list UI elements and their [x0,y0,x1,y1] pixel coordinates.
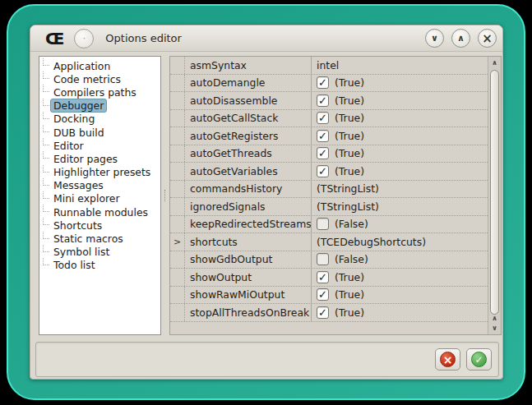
property-row-asmSyntax[interactable]: asmSyntaxintel [170,57,488,75]
sidebar-item-shortcuts[interactable]: Shortcuts [43,219,160,232]
tree-branch-line [43,112,49,119]
tree-branch-line [43,125,49,132]
tree-branch-line [43,245,49,252]
sidebar-item-application[interactable]: Application [43,59,160,72]
sidebar-item-compilers-paths[interactable]: Compilers paths [43,85,160,99]
row-gutter [170,127,185,145]
property-name: showGdbOutput [185,251,312,269]
checkbox-checked[interactable]: ✓ [317,130,329,142]
property-row-autoGetVariables[interactable]: autoGetVariables✓(True) [170,163,488,181]
sidebar-item-mini-explorer[interactable]: Mini explorer [43,192,160,205]
sidebar-item-messages[interactable]: Messages [43,179,160,192]
cancel-button[interactable]: × [435,348,460,370]
checkbox-checked[interactable]: ✓ [317,271,329,283]
property-value: ✓(True) [312,269,488,286]
sidebar-item-editor[interactable]: Editor [43,139,160,152]
window-menu-button[interactable]: · [74,29,94,48]
property-name: autoGetCallStack [185,110,312,127]
property-value: ✓(True) [312,92,488,109]
property-row-shortcuts[interactable]: >shortcuts(TCEDebugShortcuts) [170,233,488,251]
checkbox-unchecked[interactable] [317,253,329,265]
minimize-button[interactable]: ∨ [425,29,444,48]
sidebar-item-debugger[interactable]: Debugger [43,99,160,113]
checkbox-checked[interactable]: ✓ [317,147,329,159]
vertical-scrollbar[interactable]: ∧ ∧ ∨ [488,57,501,334]
property-row-autoGetCallStack[interactable]: autoGetCallStack✓(True) [170,110,488,128]
property-row-autoDisassemble[interactable]: autoDisassemble✓(True) [170,92,488,110]
sidebar-item-static-macros[interactable]: Static macros [43,232,160,245]
property-row-autoGetRegisters[interactable]: autoGetRegisters✓(True) [170,127,488,145]
window-controls: ∨ ∧ × [425,29,497,48]
tree-branch-line [43,165,49,173]
property-value: ✓(True) [312,110,488,127]
property-row-keepRedirectedStreams[interactable]: keepRedirectedStreams(False) [170,216,488,234]
sidebar-items: ApplicationCode metricsCompilers pathsDe… [39,57,160,272]
property-value: (TStringList) [312,181,488,198]
sidebar-item-dub-build[interactable]: DUB build [43,126,160,139]
row-gutter [170,216,185,233]
panel-splitter[interactable] [162,56,169,335]
checkbox-checked[interactable]: ✓ [317,112,329,124]
sidebar-item-label: DUB build [50,126,108,140]
scrollbar-thumb[interactable] [490,70,499,315]
checkbox-checked[interactable]: ✓ [317,306,329,319]
sidebar-item-label: Code metrics [50,72,124,86]
property-value: ✓(True) [312,127,488,145]
property-row-showOutput[interactable]: showOutput✓(True) [170,269,488,287]
sidebar-item-highlighter-presets[interactable]: Highlighter presets [43,166,160,179]
property-value: intel [312,57,488,74]
options-editor-window: Œ · Options editor ∨ ∧ × ApplicationCode… [30,25,503,380]
property-value: ✓(True) [312,145,488,163]
property-row-autoGetThreads[interactable]: autoGetThreads✓(True) [170,145,488,163]
row-gutter [170,181,185,198]
dialog-footer: × ✓ [35,342,499,377]
sidebar-item-label: Debugger [50,99,107,113]
property-value-text: (True) [335,76,364,89]
property-name: autoGetRegisters [185,127,312,145]
property-row-ignoredSignals[interactable]: ignoredSignals(TStringList) [170,198,488,216]
checkbox-checked[interactable]: ✓ [317,165,329,177]
property-value-text: (True) [335,165,364,177]
property-row-stopAllThreadsOnBreak[interactable]: stopAllThreadsOnBreak✓(True) [170,304,488,322]
maximize-button[interactable]: ∧ [451,29,470,48]
checkbox-checked[interactable]: ✓ [317,94,329,107]
checkbox-checked[interactable]: ✓ [317,288,329,301]
sidebar-item-symbol-list[interactable]: Symbol list [43,246,160,259]
scroll-down-icon[interactable]: ∨ [488,323,501,334]
row-gutter [170,163,185,180]
property-value: ✓(True) [312,287,488,304]
property-value-text: (True) [335,271,364,283]
property-value: ✓(True) [312,163,488,180]
property-value: (False) [312,216,488,233]
sidebar-item-code-metrics[interactable]: Code metrics [43,72,160,85]
expand-arrow-icon[interactable]: > [170,233,185,251]
property-row-showRawMiOutput[interactable]: showRawMiOutput✓(True) [170,287,488,305]
property-value-text: (True) [335,130,364,142]
property-row-showGdbOutput[interactable]: showGdbOutput(False) [170,251,488,269]
checkbox-unchecked[interactable] [317,218,329,230]
property-row-commandsHistory[interactable]: commandsHistory(TStringList) [170,181,488,199]
sidebar-item-label: Shortcuts [50,219,105,232]
row-gutter [170,304,185,321]
row-gutter [170,110,185,127]
property-value-text: (True) [335,112,364,124]
close-button[interactable]: × [478,29,497,48]
property-value-text: (False) [335,218,368,230]
sidebar-item-todo-list[interactable]: Todo list [43,259,160,272]
property-name: commandsHistory [185,181,312,198]
property-value-text: (TStringList) [317,182,379,195]
property-value-text: (TCEDebugShortcuts) [317,236,426,248]
sidebar-item-runnable-modules[interactable]: Runnable modules [43,205,160,219]
property-value-text: (True) [335,306,364,319]
property-row-autoDemangle[interactable]: autoDemangle✓(True) [170,75,488,93]
row-gutter [170,198,185,215]
checkbox-checked[interactable]: ✓ [317,76,329,89]
sidebar-item-docking[interactable]: Docking [43,113,160,126]
row-gutter [170,251,185,269]
property-name: ignoredSignals [185,198,312,215]
sidebar-item-editor-pages[interactable]: Editor pages [43,152,160,165]
property-name: shortcuts [185,233,312,251]
scroll-up-icon[interactable]: ∧ [488,58,501,68]
accept-button[interactable]: ✓ [466,348,492,370]
app-logo-icon: Œ [45,30,64,47]
